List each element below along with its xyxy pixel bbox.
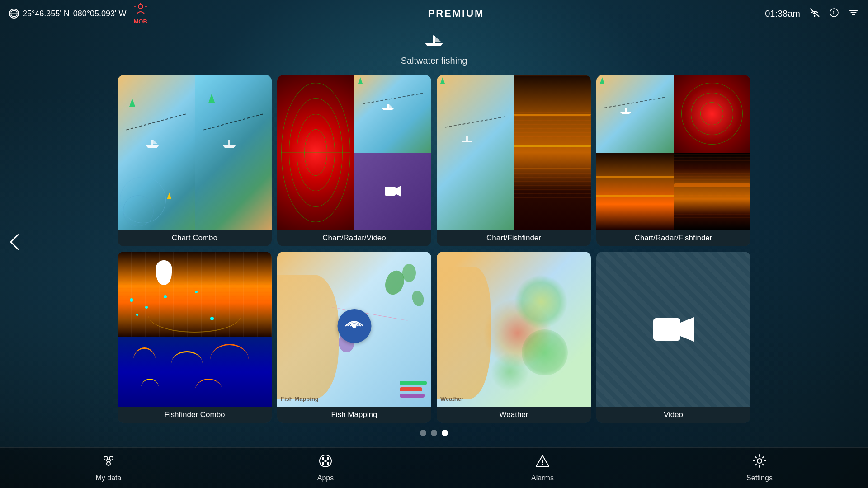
- app-thumbnail-chart-fishfinder: [437, 75, 591, 230]
- alarms-icon: [535, 454, 550, 471]
- signal-icon[interactable]: 0: [829, 8, 839, 20]
- svg-rect-26: [322, 457, 324, 460]
- svg-point-33: [542, 464, 543, 465]
- gps-lon: 080°05.093' W: [73, 9, 127, 19]
- svg-rect-28: [322, 462, 324, 465]
- nav-dot-3[interactable]: [442, 430, 448, 436]
- main-area: Saltwater fishing: [0, 27, 868, 447]
- svg-rect-29: [327, 462, 329, 465]
- svg-rect-12: [385, 187, 396, 196]
- svg-rect-17: [653, 318, 680, 341]
- app-label-chart-fishfinder: Chart/Fishfinder: [437, 230, 591, 246]
- apps-grid: Chart Combo: [118, 75, 750, 423]
- nav-item-my-data[interactable]: My data: [81, 454, 136, 482]
- apps-label: Apps: [317, 474, 334, 482]
- app-thumbnail-chart-radar-fishfinder: [596, 75, 750, 230]
- my-data-label: My data: [96, 474, 122, 482]
- app-thumbnail-fish-mapping: Fish Mapping: [277, 252, 431, 407]
- my-data-icon: [101, 454, 116, 471]
- svg-point-19: [104, 456, 108, 460]
- app-card-weather[interactable]: Weather Weather: [437, 252, 591, 423]
- app-thumbnail-chart-radar-video: [277, 75, 431, 230]
- mob-icon: [134, 3, 147, 18]
- arrow-left-button[interactable]: [9, 233, 20, 255]
- app-label-fishfinder-combo: Fishfinder Combo: [118, 407, 272, 423]
- svg-point-20: [109, 456, 113, 460]
- settings-label: Settings: [746, 474, 773, 482]
- svg-line-23: [106, 460, 108, 462]
- app-card-fish-mapping[interactable]: Fish Mapping Fish Mapping: [277, 252, 431, 423]
- mob-label: MOB: [133, 18, 147, 25]
- topbar: 25°46.355' N 080°05.093' W MOB PREMIUM: [0, 0, 868, 27]
- app-thumbnail-weather: Weather: [437, 252, 591, 407]
- gps-icon: [9, 9, 19, 19]
- app-label-video: Video: [596, 407, 750, 423]
- mob-button[interactable]: MOB: [133, 3, 147, 25]
- gps-lat: 25°46.355' N: [23, 9, 70, 19]
- topbar-right: 01:38am 0: [765, 8, 859, 20]
- svg-marker-13: [396, 186, 401, 197]
- settings-icon: [752, 454, 767, 471]
- video-cam-icon: [653, 314, 694, 345]
- svg-marker-14: [440, 77, 445, 84]
- svg-point-3: [138, 4, 143, 9]
- topbar-left: 25°46.355' N 080°05.093' W MOB: [9, 3, 147, 25]
- wifi-icon[interactable]: [809, 8, 820, 19]
- app-card-video[interactable]: Video: [596, 252, 750, 423]
- app-label-chart-radar-video: Chart/Radar/Video: [277, 230, 431, 246]
- app-label-weather: Weather: [437, 407, 591, 423]
- app-thumbnail-video: [596, 252, 750, 407]
- svg-marker-15: [600, 77, 604, 84]
- clock: 01:38am: [765, 9, 800, 19]
- nav-dot-1[interactable]: [420, 430, 426, 436]
- apps-icon: [318, 454, 333, 471]
- app-thumbnail-fishfinder-combo: [118, 252, 272, 407]
- nav-item-alarms[interactable]: Alarms: [515, 454, 570, 482]
- app-card-chart-radar-fishfinder[interactable]: Chart/Radar/Fishfinder: [596, 75, 750, 246]
- nav-dot-2[interactable]: [431, 430, 437, 436]
- app-card-chart-combo[interactable]: Chart Combo: [118, 75, 272, 246]
- weather-overlay-label: Weather: [440, 395, 463, 402]
- gps-info: 25°46.355' N 080°05.093' W: [9, 9, 126, 19]
- profile-header: Saltwater fishing: [401, 32, 467, 66]
- app-label-chart-radar-fishfinder: Chart/Radar/Fishfinder: [596, 230, 750, 246]
- bottom-nav: My data Apps: [0, 447, 868, 488]
- svg-marker-11: [358, 77, 363, 84]
- nav-item-apps[interactable]: Apps: [298, 454, 353, 482]
- svg-point-34: [757, 459, 762, 463]
- svg-marker-18: [680, 317, 694, 342]
- app-label-fish-mapping: Fish Mapping: [277, 407, 431, 423]
- app-card-chart-fishfinder[interactable]: Chart/Fishfinder: [437, 75, 591, 246]
- app-card-fishfinder-combo[interactable]: Fishfinder Combo: [118, 252, 272, 423]
- fish-mapping-overlay-label: Fish Mapping: [281, 395, 319, 402]
- nav-dots: [420, 423, 448, 443]
- svg-rect-30: [325, 460, 327, 462]
- app-thumbnail-chart-combo: [118, 75, 272, 230]
- alarms-label: Alarms: [531, 474, 554, 482]
- svg-rect-27: [327, 457, 329, 460]
- settings-top-icon[interactable]: [848, 8, 859, 19]
- svg-line-24: [109, 460, 111, 462]
- svg-text:0: 0: [833, 10, 835, 15]
- profile-name: Saltwater fishing: [401, 56, 467, 66]
- app-card-chart-radar-video[interactable]: Chart/Radar/Video: [277, 75, 431, 246]
- app-label-chart-combo: Chart Combo: [118, 230, 272, 246]
- boat-icon: [420, 32, 448, 54]
- premium-label: PREMIUM: [428, 8, 485, 19]
- nav-item-settings[interactable]: Settings: [732, 454, 787, 482]
